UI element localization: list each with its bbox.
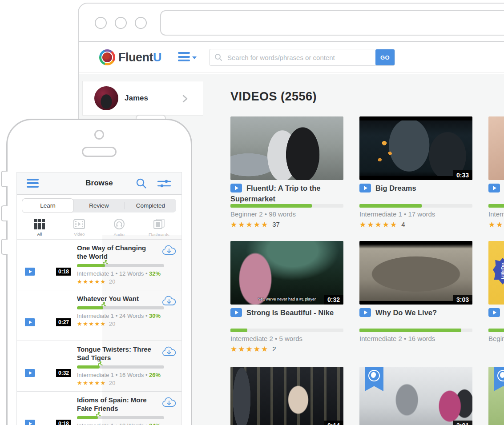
video-thumbnail[interactable]: Yet, we've never had a #1 player 0:32 bbox=[230, 241, 343, 305]
progress-percent: 24% bbox=[149, 422, 161, 425]
download-cloud-icon[interactable] bbox=[162, 296, 176, 307]
download-cloud-icon[interactable] bbox=[162, 397, 176, 408]
play-icon[interactable] bbox=[488, 308, 500, 317]
video-thumbnail[interactable] bbox=[230, 116, 343, 180]
subtitle-caption: Yet, we've never had a #1 player bbox=[258, 297, 316, 301]
phone-speaker bbox=[82, 147, 117, 157]
list-item[interactable]: 0:32 Tongue Twisters: Three Sad Tigers I… bbox=[17, 341, 181, 392]
play-icon[interactable] bbox=[359, 308, 371, 317]
filter-audio[interactable]: Audio bbox=[99, 216, 139, 239]
video-thumbnail[interactable]: 0:33 bbox=[359, 116, 472, 180]
rating-count: 20 bbox=[109, 278, 115, 285]
app-search-icon[interactable] bbox=[136, 178, 147, 189]
window-zoom-button[interactable] bbox=[135, 17, 147, 29]
filter-video[interactable]: Video bbox=[60, 216, 100, 239]
fluentu-flag-badge bbox=[494, 367, 504, 391]
window-minimize-button[interactable] bbox=[115, 17, 127, 29]
video-meta: Intermediate bbox=[488, 210, 504, 218]
filter-all[interactable]: All bbox=[20, 216, 60, 239]
video-duration: 0:27 bbox=[56, 318, 71, 326]
video-thumbnail[interactable]: 0:27 bbox=[25, 295, 71, 329]
video-card[interactable]: 3:03 Why Do We Live? Intermediate 2 • 16… bbox=[359, 241, 472, 362]
progress-bar bbox=[77, 365, 164, 369]
tab-review[interactable]: Review bbox=[73, 199, 125, 212]
video-thumbnail[interactable]: 0:32 bbox=[25, 345, 71, 380]
address-bar[interactable] bbox=[160, 10, 504, 36]
play-icon[interactable] bbox=[230, 308, 242, 317]
video-title: W bbox=[488, 308, 504, 318]
video-duration: 0:18 bbox=[56, 420, 71, 425]
star-icons: ★★★★★ bbox=[77, 380, 106, 386]
rating-count: 37 bbox=[272, 221, 280, 228]
video-title: FluentU: A Trip to the Supermarket bbox=[230, 183, 364, 204]
video-title: Tongue Twisters: Three Sad Tigers bbox=[77, 345, 156, 362]
fluentu-logo[interactable]: FluentU bbox=[99, 49, 161, 65]
video-title: Whatever You Want bbox=[77, 295, 156, 303]
globe-icon bbox=[497, 370, 504, 381]
video-thumbnail[interactable] bbox=[488, 116, 504, 180]
star-icons: ★★★★★ bbox=[488, 221, 504, 229]
user-profile-card[interactable]: James bbox=[82, 81, 203, 116]
video-meta: Intermediate 1 • 17 words bbox=[359, 210, 435, 218]
rating-count: 2 bbox=[272, 345, 276, 353]
window-close-button[interactable] bbox=[95, 17, 107, 29]
rating-count: 20 bbox=[109, 321, 115, 327]
app-filters-icon[interactable] bbox=[157, 178, 171, 189]
video-thumbnail[interactable] bbox=[488, 367, 504, 425]
play-icon[interactable] bbox=[488, 184, 500, 192]
list-item[interactable]: 0:18 One Way of Changing the World Inter… bbox=[17, 240, 181, 290]
segmented-tabs: Learn Review Completed bbox=[22, 199, 176, 212]
play-icon[interactable] bbox=[359, 184, 371, 192]
video-title: Strong Is Beautiful - Nike bbox=[230, 308, 364, 318]
tab-completed[interactable]: Completed bbox=[125, 199, 176, 212]
rating-count: 4 bbox=[401, 221, 405, 228]
video-duration: 0:32 bbox=[56, 369, 71, 377]
download-cloud-icon[interactable] bbox=[162, 346, 176, 357]
play-icon[interactable] bbox=[230, 184, 242, 192]
video-card[interactable]: Yet, we've never had a #1 player 0:32 St… bbox=[230, 241, 343, 362]
video-meta: Intermediate 1 • 24 Words • 30% bbox=[77, 313, 178, 319]
video-card[interactable]: 3 Intermediate ★★★★★ bbox=[488, 116, 504, 237]
tab-learn[interactable]: Learn bbox=[22, 199, 73, 212]
video-card[interactable] bbox=[488, 367, 504, 425]
list-item[interactable]: 0:18 Idioms of Spain: More Fake Friends … bbox=[17, 392, 181, 425]
video-rating: ★★★★★2 bbox=[230, 345, 276, 354]
video-thumbnail[interactable]: 0:18 bbox=[25, 396, 71, 425]
video-thumbnail[interactable]: 0:14 bbox=[230, 367, 343, 425]
littlefox-logo: LittleFox bbox=[493, 258, 504, 285]
search-input[interactable] bbox=[209, 49, 395, 66]
video-rating: ★★★★★37 bbox=[230, 220, 280, 229]
video-card[interactable]: 0:14 bbox=[230, 367, 343, 425]
video-thumbnail[interactable]: LittleFox bbox=[488, 241, 504, 305]
runner-icon bbox=[96, 361, 103, 368]
video-card[interactable]: 0:33 Big Dreams Intermediate 1 • 17 word… bbox=[359, 116, 472, 237]
video-duration: 0:14 bbox=[324, 421, 343, 425]
video-card[interactable]: FluentU: A Trip to the Supermarket Begin… bbox=[230, 116, 343, 237]
video-card[interactable]: LittleFox W Beginner bbox=[488, 241, 504, 362]
progress-bar bbox=[230, 329, 343, 332]
video-rating: ★★★★★4 bbox=[359, 220, 405, 229]
filter-flashcards[interactable]: Flashcards bbox=[139, 216, 179, 239]
video-card[interactable]: 3:01 bbox=[359, 367, 472, 425]
video-thumbnail[interactable]: 0:18 bbox=[25, 244, 71, 278]
progress-bar bbox=[488, 204, 504, 208]
star-icons: ★★★★★ bbox=[230, 345, 269, 353]
content-type-filters: All Video Audio bbox=[17, 216, 181, 239]
video-meta: Intermediate 1 • 12 Words • 32% bbox=[77, 270, 178, 277]
user-name: James bbox=[125, 94, 148, 103]
phone-volume-up-button bbox=[1, 205, 8, 221]
chevron-right-icon bbox=[182, 94, 188, 103]
list-item[interactable]: 0:27 Whatever You Want Intermediate 1 • … bbox=[17, 290, 181, 341]
video-duration: 3:03 bbox=[453, 295, 472, 305]
app-title: Browse bbox=[17, 179, 181, 188]
progress-bar bbox=[77, 264, 164, 267]
main-menu-button[interactable] bbox=[178, 52, 197, 64]
download-cloud-icon[interactable] bbox=[162, 245, 176, 256]
app-nav-bar: Browse bbox=[17, 172, 181, 195]
video-thumbnail[interactable]: 3:01 bbox=[359, 367, 472, 425]
page-title: VIDEOS (2556) bbox=[230, 90, 317, 104]
video-duration: 0:18 bbox=[56, 268, 71, 276]
search-go-button[interactable]: GO bbox=[375, 49, 395, 65]
video-thumbnail[interactable]: 3:03 bbox=[359, 241, 472, 305]
fluentu-logo-icon bbox=[99, 49, 115, 65]
